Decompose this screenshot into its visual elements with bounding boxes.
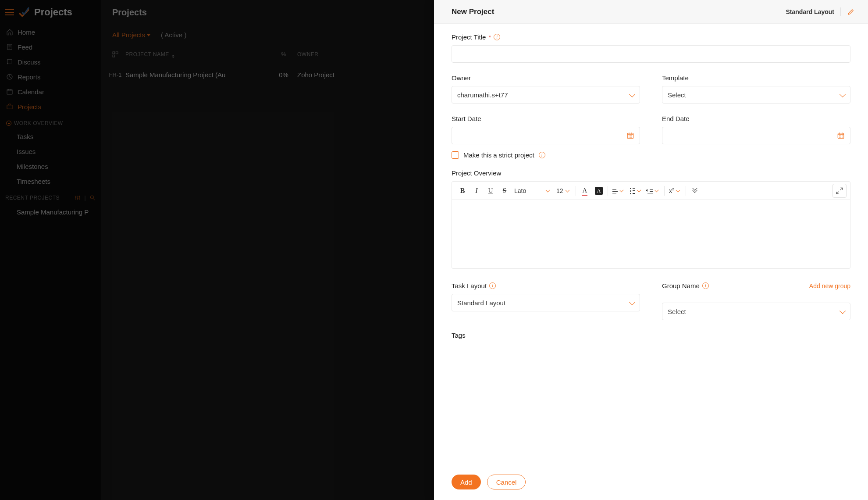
layout-selector[interactable]: Standard Layout [786, 8, 834, 15]
svg-point-40 [842, 137, 843, 137]
svg-point-35 [840, 136, 840, 136]
label-end-date: End Date [662, 115, 850, 122]
svg-line-42 [836, 191, 839, 193]
rte-toolbar: B I U S Lato 12 A A x2 [452, 182, 850, 200]
project-title-input[interactable] [452, 45, 850, 63]
field-task-layout: Task Layouti Standard Layout [452, 282, 640, 320]
indent-select[interactable] [645, 184, 662, 198]
font-family-select[interactable]: Lato [512, 184, 554, 198]
field-template: Template Select [662, 74, 850, 104]
svg-point-28 [629, 137, 630, 137]
superscript-icon: x2 [669, 187, 674, 194]
info-icon[interactable]: i [539, 152, 545, 158]
more-icon [692, 189, 698, 193]
indent-icon [647, 188, 653, 194]
add-button[interactable]: Add [452, 475, 481, 489]
field-start-date: Start Date [452, 115, 640, 144]
owner-value: charumathi.s+t77 [457, 91, 508, 99]
label-overview: Project Overview [452, 169, 850, 177]
project-title-text[interactable] [457, 50, 845, 58]
end-date-input[interactable] [662, 127, 850, 144]
group-name-select[interactable]: Select [662, 303, 850, 320]
font-size-select[interactable]: 12 [554, 184, 574, 198]
field-owner: Owner charumathi.s+t77 [452, 74, 640, 104]
checkbox-icon [452, 151, 459, 159]
label-project-title: Project Title* i [452, 33, 850, 41]
more-tools-button[interactable] [688, 184, 702, 198]
chevron-down-icon [637, 188, 641, 192]
text-color-button[interactable]: A [578, 184, 592, 198]
svg-point-30 [632, 137, 632, 137]
required-marker: * [488, 33, 491, 41]
chevron-down-icon [546, 188, 550, 193]
label-task-layout: Task Layouti [452, 282, 640, 289]
field-project-title: Project Title* i [452, 33, 850, 63]
list-icon [630, 188, 635, 194]
svg-point-27 [632, 136, 632, 136]
divider [686, 186, 686, 196]
expand-icon [836, 187, 843, 195]
svg-point-37 [842, 136, 843, 136]
info-icon[interactable]: i [489, 282, 496, 289]
underline-button[interactable]: U [484, 184, 498, 198]
calendar-icon[interactable] [626, 132, 634, 139]
end-date-text[interactable] [668, 132, 837, 139]
field-overview: Project Overview B I U S Lato 12 A A [452, 169, 850, 269]
group-name-label-row: Group Namei Add new group [662, 282, 850, 289]
rich-text-editor: B I U S Lato 12 A A x2 [452, 181, 850, 269]
info-icon[interactable]: i [702, 282, 709, 289]
chevron-down-icon [676, 188, 680, 193]
cancel-button[interactable]: Cancel [487, 475, 526, 489]
chevron-down-icon [620, 188, 624, 192]
task-layout-select[interactable]: Standard Layout [452, 294, 640, 311]
group-name-value: Select [668, 308, 686, 315]
chevron-down-icon [840, 91, 846, 97]
highlight-color-button[interactable]: A [592, 184, 606, 198]
svg-point-25 [629, 136, 630, 136]
panel-title: New Project [452, 7, 494, 16]
divider [576, 186, 576, 196]
align-select[interactable] [610, 184, 627, 198]
template-value: Select [668, 91, 686, 99]
strict-project-checkbox[interactable]: Make this a strict project i [452, 151, 850, 159]
label-template: Template [662, 74, 850, 82]
list-select[interactable] [627, 184, 645, 198]
label-group-name: Group Namei [662, 282, 709, 289]
add-new-group-link[interactable]: Add new group [809, 282, 850, 289]
edit-layout-icon[interactable] [847, 8, 855, 16]
align-icon [612, 188, 618, 194]
bold-button[interactable]: B [455, 184, 470, 198]
chevron-down-icon [655, 188, 659, 192]
task-layout-value: Standard Layout [457, 299, 505, 307]
expand-editor-button[interactable] [832, 184, 847, 198]
owner-select[interactable]: charumathi.s+t77 [452, 86, 640, 104]
panel-footer: Add Cancel [434, 475, 868, 500]
label-start-date: Start Date [452, 115, 640, 122]
chevron-down-icon [565, 188, 569, 193]
panel-body: Project Title* i Owner charumathi.s+t77 … [434, 24, 868, 475]
panel-header: New Project Standard Layout [434, 0, 868, 24]
strict-label: Make this a strict project [463, 151, 534, 159]
rte-body[interactable] [452, 200, 850, 268]
start-date-text[interactable] [457, 132, 626, 139]
svg-point-39 [841, 137, 841, 137]
label-tags: Tags [452, 332, 850, 339]
chevron-down-icon [840, 307, 846, 314]
divider [664, 186, 665, 196]
info-icon[interactable]: i [494, 34, 500, 40]
field-end-date: End Date [662, 115, 850, 144]
italic-button[interactable]: I [470, 184, 484, 198]
chevron-down-icon [629, 299, 635, 305]
chevron-down-icon [629, 91, 635, 97]
script-select[interactable]: x2 [666, 184, 684, 198]
start-date-input[interactable] [452, 127, 640, 144]
svg-point-29 [630, 137, 631, 137]
svg-point-36 [841, 136, 841, 136]
template-select[interactable]: Select [662, 86, 850, 104]
strike-button[interactable]: S [498, 184, 512, 198]
label-owner: Owner [452, 74, 640, 82]
field-group-name: Group Namei Add new group Select [662, 282, 850, 320]
divider [608, 186, 608, 196]
svg-line-41 [840, 188, 843, 190]
calendar-icon[interactable] [837, 132, 845, 139]
